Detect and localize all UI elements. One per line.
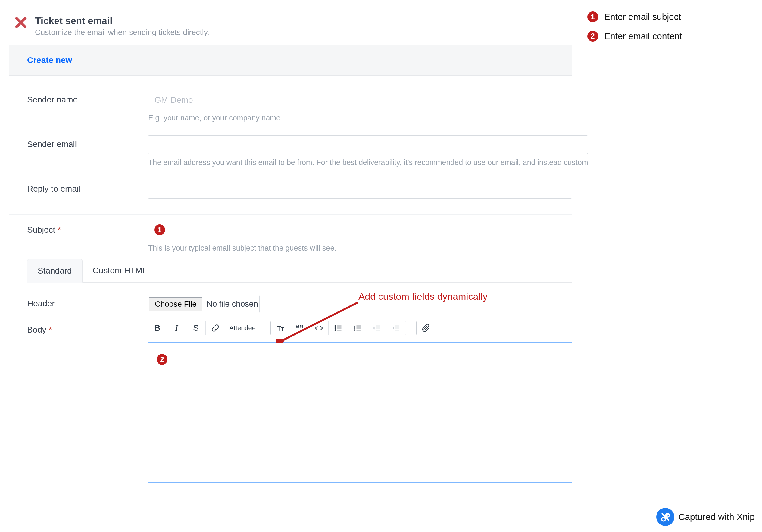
bold-button[interactable]: B [148, 321, 167, 335]
page-subtitle: Customize the email when sending tickets… [35, 28, 209, 37]
svg-text:3: 3 [353, 329, 355, 332]
label-body: Body [27, 325, 46, 335]
subject-required: * [57, 225, 61, 234]
body-editor[interactable]: 2 [148, 342, 572, 483]
svg-point-2 [335, 330, 336, 331]
label-subject: Subject [27, 225, 55, 234]
toolbar-group-text: B I S Attendee [148, 321, 260, 335]
strikethrough-button[interactable]: S [187, 321, 206, 335]
svg-point-0 [335, 326, 336, 327]
code-button[interactable] [309, 321, 329, 335]
xnip-watermark: Captured with Xnip [656, 508, 755, 526]
italic-button[interactable]: I [167, 321, 187, 335]
header-file-picker[interactable]: Choose File No file chosen [148, 295, 260, 313]
note-badge-1: 1 [587, 11, 598, 22]
annotation-badge-2: 2 [157, 354, 168, 365]
help-sender-name: E.g. your name, or your company name. [148, 114, 572, 122]
body-required: * [49, 325, 52, 335]
sender-name-input[interactable] [148, 91, 572, 109]
watermark-text: Captured with Xnip [679, 512, 755, 522]
label-sender-email: Sender email [9, 135, 148, 149]
note-badge-2: 2 [587, 31, 598, 41]
sender-email-input[interactable] [148, 135, 588, 154]
attendee-button[interactable]: Attendee [225, 321, 260, 335]
text-size-button[interactable] [271, 321, 290, 335]
help-sender-email: The email address you want this email to… [148, 158, 588, 167]
note-text-2: Enter email content [604, 31, 682, 41]
page-title: Ticket sent email [35, 15, 209, 27]
tab-custom-html[interactable]: Custom HTML [83, 259, 157, 282]
reply-to-input[interactable] [148, 180, 572, 198]
outdent-button[interactable] [367, 321, 386, 335]
choose-file-button[interactable]: Choose File [149, 297, 202, 311]
number-list-button[interactable]: 123 [348, 321, 367, 335]
subject-input[interactable] [148, 221, 572, 240]
label-sender-name: Sender name [9, 91, 148, 105]
file-status: No file chosen [207, 299, 258, 309]
svg-point-1 [335, 328, 336, 329]
toolbar-group-attach [416, 321, 436, 335]
label-reply-to: Reply to email [9, 180, 148, 194]
annotation-notes: 1 Enter email subject 2 Enter email cont… [587, 11, 682, 41]
tab-create-new[interactable]: Create new [27, 55, 72, 65]
tab-standard[interactable]: Standard [27, 259, 83, 282]
bullet-list-button[interactable] [329, 321, 348, 335]
attachment-button[interactable] [417, 321, 436, 335]
toolbar-group-format: ❝❞ 123 [270, 321, 406, 335]
indent-button[interactable] [386, 321, 406, 335]
xnip-icon [656, 508, 674, 526]
quote-button[interactable]: ❝❞ [290, 321, 309, 335]
note-text-1: Enter email subject [604, 12, 681, 22]
help-subject: This is your typical email subject that … [148, 244, 572, 253]
close-icon[interactable] [15, 16, 27, 31]
link-button[interactable] [206, 321, 225, 335]
annotation-callout: Add custom fields dynamically [358, 291, 488, 302]
label-header: Header [9, 295, 148, 308]
